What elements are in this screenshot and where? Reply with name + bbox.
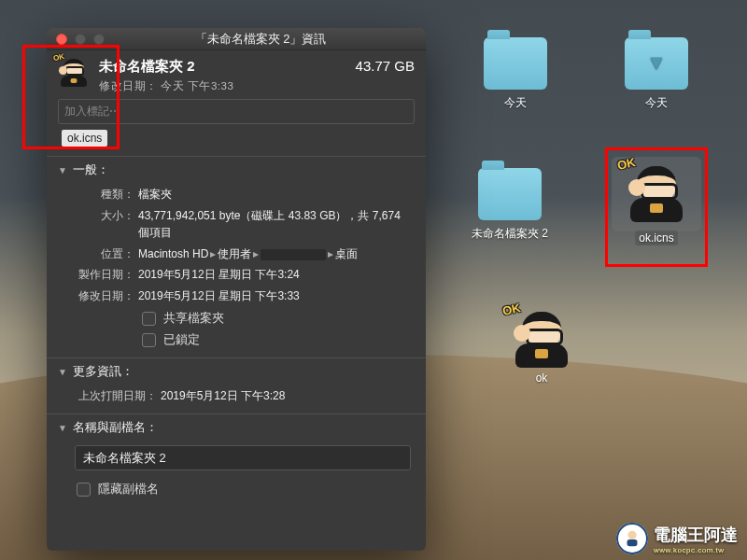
section-general: ▼ 一般： 種類 檔案夾 大小 43,771,942,051 byte（磁碟上 … (47, 156, 426, 357)
folder-icon (484, 37, 547, 90)
window-controls (56, 34, 105, 45)
window-title: 「未命名檔案夾 2」資訊 (105, 31, 416, 48)
desktop-folder-unnamed[interactable]: 未命名檔案夾 2 (465, 168, 555, 242)
folder-download-icon (625, 37, 688, 90)
desktop-folder-today[interactable]: 今天 (471, 37, 560, 111)
desktop-folder-ok[interactable]: OK ok (497, 308, 586, 385)
checkbox-locked-row[interactable]: 已鎖定 (58, 329, 415, 350)
desktop-folder-download[interactable]: 今天 (612, 37, 701, 111)
svg-point-0 (627, 531, 636, 539)
checkbox-shared-row[interactable]: 共享檔案夾 (58, 307, 415, 329)
info-header-icon[interactable]: OK (58, 58, 90, 90)
info-modified-line: 修改日期： 今天 下午3:33 (99, 79, 233, 93)
get-info-window: 「未命名檔案夾 2」資訊 OK 未命名檔案夾 2 修改日期： 今天 下午3:33… (47, 28, 426, 551)
value-size: 43,771,942,051 byte（磁碟上 43.83 GB），共 7,67… (138, 207, 415, 242)
redacted-segment (261, 249, 326, 260)
disclosure-triangle-icon: ▼ (58, 423, 67, 433)
value-created: 2019年5月12日 星期日 下午3:24 (138, 266, 415, 284)
section-header-nameext[interactable]: ▼ 名稱與副檔名： (58, 420, 415, 436)
checkbox-hide-ext-row[interactable]: 隱藏副檔名 (58, 478, 415, 499)
zoom-button[interactable] (93, 34, 105, 45)
disclosure-triangle-icon: ▼ (58, 165, 67, 175)
icon-label: 未命名檔案夾 2 (472, 227, 548, 240)
watermark: 電腦王阿達 www.kocpc.com.tw (616, 523, 738, 554)
checkbox-icon (142, 312, 156, 326)
ok-avatar-icon: OK (627, 162, 686, 222)
section-name-ext: ▼ 名稱與副檔名： 隱藏副檔名 (47, 413, 426, 507)
watermark-logo-icon (616, 523, 648, 554)
section-header-more[interactable]: ▼ 更多資訊： (58, 364, 415, 380)
icon-label: 今天 (645, 96, 668, 109)
desktop-file-ok-icns[interactable]: OK ok.icns (612, 157, 701, 245)
disclosure-triangle-icon: ▼ (58, 367, 67, 377)
info-size: 43.77 GB (356, 58, 415, 74)
close-button[interactable] (56, 34, 67, 45)
section-header-general[interactable]: ▼ 一般： (58, 162, 415, 178)
checkbox-icon (77, 483, 91, 497)
info-item-name: 未命名檔案夾 2 (99, 58, 233, 76)
tags-input[interactable]: 加入標記⋯ (58, 99, 415, 124)
titlebar[interactable]: 「未命名檔案夾 2」資訊 (47, 28, 426, 50)
checkbox-icon (142, 333, 156, 347)
ok-avatar-icon: OK (512, 308, 571, 368)
filename-input[interactable] (75, 445, 411, 470)
svg-rect-1 (627, 539, 638, 546)
tags-placeholder: 加入標記⋯ (64, 105, 120, 118)
value-kind: 檔案夾 (138, 186, 415, 203)
icon-label: ok.icns (635, 231, 677, 245)
drag-drop-label: ok.icns (62, 130, 107, 147)
folder-icon (478, 168, 542, 220)
value-modified: 2019年5月12日 星期日 下午3:33 (138, 287, 415, 305)
value-where: Macintosh HD▸使用者▸▸桌面 (138, 245, 415, 263)
minimize-button[interactable] (75, 34, 86, 45)
icon-label: 今天 (504, 96, 527, 109)
info-header: OK 未命名檔案夾 2 修改日期： 今天 下午3:33 43.77 GB (47, 50, 426, 97)
icon-label: ok (536, 371, 548, 385)
section-more-info: ▼ 更多資訊： 上次打開日期 2019年5月12日 下午3:28 (47, 357, 426, 414)
value-last-opened: 2019年5月12日 下午3:28 (161, 387, 415, 405)
ok-avatar-icon: OK (59, 57, 89, 87)
